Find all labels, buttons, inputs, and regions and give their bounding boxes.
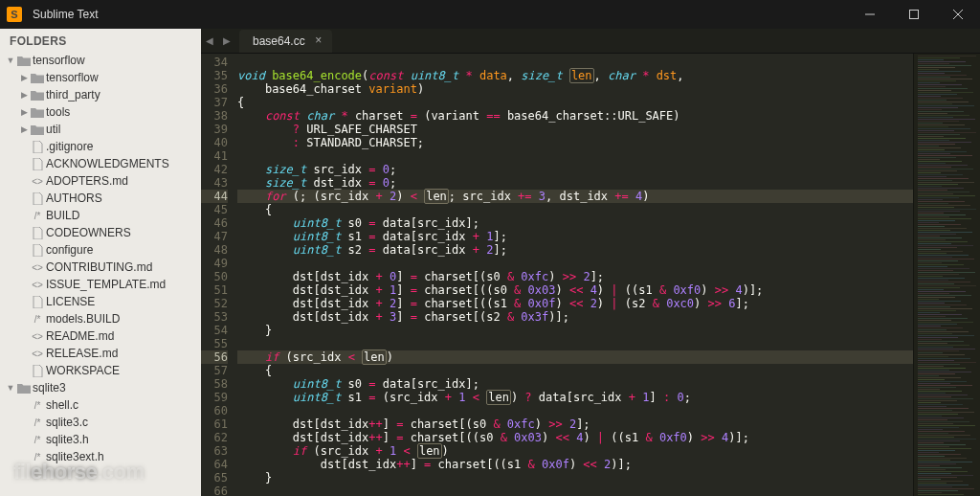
code-icon: /* — [29, 452, 46, 462]
history-back-button[interactable]: ◀ — [201, 28, 218, 53]
tree-item-label: README.md — [46, 329, 114, 343]
code-icon: /* — [29, 211, 46, 221]
folder-icon — [29, 107, 46, 118]
tree-item-label: .gitignore — [46, 140, 93, 153]
tree-item-label: sqlite3.c — [46, 416, 88, 429]
editor-area: ◀ ▶ base64.cc × 343536373839404142434445… — [201, 29, 980, 496]
tree-item-label: tools — [46, 105, 70, 119]
history-forward-button[interactable]: ▶ — [218, 28, 235, 53]
file-item[interactable]: configure — [0, 241, 201, 259]
folder-tree[interactable]: ▼tensorflow▶tensorflow▶third_party▶tools… — [0, 52, 201, 496]
file-item[interactable]: <>RELEASE.md — [0, 345, 201, 362]
line-gutter[interactable]: 3435363738394041424344454647484950515253… — [201, 54, 234, 496]
md-icon: <> — [29, 176, 46, 187]
tree-item-label: sqlite3ext.h — [46, 450, 104, 463]
code-icon: /* — [29, 417, 46, 428]
file-item[interactable]: <>ISSUE_TEMPLATE.md — [0, 276, 201, 293]
file-item[interactable]: .gitignore — [0, 138, 201, 155]
folder-item[interactable]: ▶tools — [0, 103, 201, 121]
tree-item-label: tensorflow — [46, 71, 99, 84]
file-item[interactable]: /*sqlite3.h — [0, 431, 201, 448]
file-icon — [29, 192, 46, 205]
code-icon: /* — [29, 435, 46, 445]
tree-item-label: third_party — [46, 88, 100, 101]
file-item[interactable]: <>ADOPTERS.md — [0, 172, 201, 190]
folder-item[interactable]: ▼tensorflow — [0, 52, 201, 69]
folder-item[interactable]: ▶util — [0, 121, 201, 138]
file-item[interactable]: AUTHORS — [0, 190, 201, 207]
folder-icon — [29, 73, 46, 83]
window-titlebar: S Sublime Text — [0, 0, 980, 29]
md-icon: <> — [29, 280, 46, 290]
tree-item-label: AUTHORS — [46, 192, 102, 205]
app-icon: S — [0, 0, 29, 29]
tab-close-icon[interactable]: × — [313, 34, 324, 46]
disclosure-triangle-icon[interactable]: ▼ — [6, 56, 15, 65]
tree-item-label: ACKNOWLEDGMENTS — [46, 157, 169, 170]
file-item[interactable]: /*BUILD — [0, 207, 201, 224]
folder-icon — [29, 90, 46, 101]
file-icon — [29, 365, 46, 377]
tree-item-label: configure — [46, 243, 93, 257]
md-icon: <> — [29, 349, 46, 359]
file-item[interactable]: CODEOWNERS — [0, 224, 201, 241]
tree-item-label: CONTRIBUTING.md — [46, 260, 152, 274]
window-title: Sublime Text — [29, 8, 98, 21]
file-item[interactable]: LICENSE — [0, 293, 201, 310]
disclosure-triangle-icon[interactable]: ▶ — [19, 90, 29, 100]
window-close-button[interactable] — [936, 0, 980, 29]
file-icon — [29, 141, 46, 153]
tree-item-label: BUILD — [46, 209, 79, 222]
tree-item-label: CODEOWNERS — [46, 226, 131, 239]
code-icon: /* — [29, 400, 46, 411]
sidebar-header: FOLDERS — [0, 29, 201, 52]
tree-item-label: tensorflow — [33, 54, 85, 67]
file-item[interactable]: ACKNOWLEDGMENTS — [0, 155, 201, 172]
folder-icon — [29, 124, 46, 135]
file-icon — [29, 296, 46, 308]
file-item[interactable]: /*sqlite3.c — [0, 414, 201, 431]
tab-bar: ◀ ▶ base64.cc × — [201, 29, 980, 54]
tree-item-label: util — [46, 123, 60, 136]
md-icon: <> — [29, 262, 46, 273]
tree-item-label: WORKSPACE — [46, 364, 120, 377]
folder-sidebar: FOLDERS ▼tensorflow▶tensorflow▶third_par… — [0, 29, 201, 496]
file-icon — [29, 227, 46, 239]
tree-item-label: shell.c — [46, 398, 78, 412]
file-item[interactable]: /*models.BUILD — [0, 310, 201, 327]
md-icon: <> — [29, 331, 46, 342]
file-tab[interactable]: base64.cc × — [239, 30, 332, 53]
window-minimize-button[interactable] — [848, 0, 892, 29]
disclosure-triangle-icon[interactable]: ▼ — [6, 383, 15, 393]
tab-filename: base64.cc — [253, 34, 305, 48]
file-item[interactable]: WORKSPACE — [0, 362, 201, 379]
tree-item-label: ADOPTERS.md — [46, 174, 128, 188]
file-item[interactable]: /*shell.c — [0, 396, 201, 414]
disclosure-triangle-icon[interactable]: ▶ — [19, 73, 29, 82]
tree-item-label: LICENSE — [46, 295, 95, 308]
tree-item-label: ISSUE_TEMPLATE.md — [46, 278, 166, 291]
folder-icon — [15, 383, 33, 394]
disclosure-triangle-icon[interactable]: ▶ — [19, 124, 29, 134]
file-icon — [29, 158, 46, 170]
folder-item[interactable]: ▶tensorflow — [0, 69, 201, 86]
file-item[interactable]: <>README.md — [0, 327, 201, 345]
tree-item-label: RELEASE.md — [46, 347, 118, 360]
window-maximize-button[interactable] — [892, 0, 936, 29]
file-item[interactable]: <>CONTRIBUTING.md — [0, 259, 201, 276]
minimap[interactable] — [913, 54, 980, 496]
svg-rect-0 — [910, 11, 919, 19]
folder-icon — [15, 56, 33, 66]
tree-item-label: sqlite3.h — [46, 433, 89, 446]
folder-item[interactable]: ▶third_party — [0, 86, 201, 103]
disclosure-triangle-icon[interactable]: ▶ — [19, 107, 29, 117]
file-icon — [29, 244, 46, 257]
code-editor[interactable]: void base64_encode(const uint8_t * data,… — [234, 54, 913, 496]
file-item[interactable]: /*sqlite3ext.h — [0, 448, 201, 465]
tree-item-label: sqlite3 — [33, 381, 66, 395]
code-icon: /* — [29, 314, 46, 325]
folder-item[interactable]: ▼sqlite3 — [0, 379, 201, 396]
tree-item-label: models.BUILD — [46, 312, 120, 326]
